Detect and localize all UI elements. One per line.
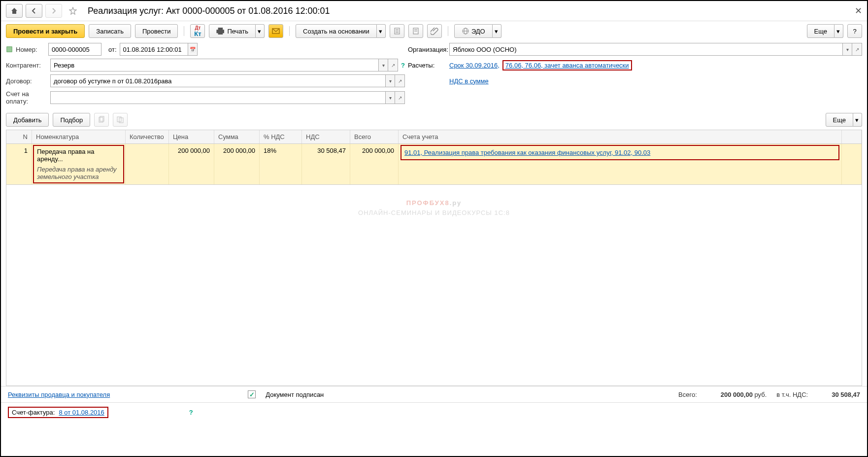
sf-link[interactable]: 8 от 01.08.2016 (59, 409, 104, 416)
print-button[interactable]: Печать (209, 24, 256, 38)
signed-checkbox[interactable]: ✓ (248, 390, 256, 398)
org-open[interactable]: ↗ (852, 43, 862, 56)
star-icon (69, 7, 77, 15)
ot-label: от: (108, 46, 117, 53)
arrow-left-icon (30, 7, 38, 15)
dog-input[interactable] (50, 74, 385, 87)
arrow-right-icon (50, 7, 58, 15)
list-icon (393, 27, 401, 35)
divider (184, 26, 184, 36)
cell-tail (842, 144, 862, 184)
contr-help[interactable]: ? (401, 62, 405, 69)
help-button[interactable]: ? (847, 24, 862, 38)
create-based-dropdown[interactable]: ▾ (377, 24, 386, 38)
date-input[interactable] (120, 43, 188, 56)
copy-icon (98, 116, 105, 124)
col-price: Цена (169, 130, 214, 143)
printer-icon (216, 28, 224, 35)
divider (448, 26, 448, 36)
org-label: Организация: (408, 46, 446, 53)
nom-text: Передача права на аренду... (37, 148, 120, 163)
org-input[interactable] (449, 43, 842, 56)
col-tail (842, 130, 862, 143)
table-row[interactable]: 1 Передача права на аренду... Передача п… (6, 144, 862, 184)
docs-icon (116, 116, 124, 124)
document-button-2[interactable] (408, 24, 423, 38)
email-button[interactable] (268, 24, 283, 38)
post-button[interactable]: Провести (135, 24, 178, 38)
status-icon (6, 45, 13, 53)
invoice-input[interactable] (50, 91, 385, 104)
post-and-close-button[interactable]: Провести и закрыть (6, 24, 85, 38)
table-more-dropdown[interactable]: ▾ (853, 113, 862, 127)
close-button[interactable]: ✕ (855, 5, 862, 16)
table-more-button[interactable]: Еще (826, 113, 853, 127)
contr-dropdown[interactable]: ▾ (378, 59, 388, 71)
vat-link[interactable]: НДС в сумме (449, 77, 489, 85)
print-dropdown[interactable]: ▾ (256, 24, 265, 38)
sf-help[interactable]: ? (189, 409, 193, 416)
document-button-1[interactable] (390, 24, 404, 38)
requisites-link[interactable]: Реквизиты продавца и покупателя (8, 391, 110, 398)
cell-vat: 18% (260, 144, 302, 184)
invoice-dropdown[interactable]: ▾ (385, 91, 395, 104)
cell-total: 200 000,00 (350, 144, 399, 184)
dt-kt-icon: ДтКт (194, 26, 201, 37)
calc-link-1[interactable]: Срок 30.09.2016, (449, 62, 500, 69)
cell-sum: 200 000,00 (214, 144, 260, 184)
number-input[interactable] (48, 43, 101, 56)
more-dropdown[interactable]: ▾ (835, 24, 843, 38)
cell-nom: Передача права на аренду... Передача пра… (32, 144, 126, 184)
calc-link-2[interactable]: 76.06, 76.06, зачет аванса автоматически (505, 62, 629, 69)
cell-acc: 91.01, Реализация права требования как о… (399, 144, 842, 184)
sf-label: Счет-фактура: (12, 409, 55, 416)
cell-qty (126, 144, 169, 184)
dog-label: Договор: (6, 77, 47, 85)
number-label: Номер: (16, 46, 45, 53)
paste-button[interactable] (113, 113, 128, 127)
total-label: Всего:200 000,00 руб. (678, 391, 767, 398)
add-button[interactable]: Добавить (6, 113, 49, 127)
create-based-button[interactable]: Создать на основании (296, 24, 377, 38)
org-dropdown[interactable]: ▾ (842, 43, 852, 56)
home-icon (10, 7, 18, 15)
watermark: ПРОФБУХ8.ру ОНЛАЙН-СЕМИНАРЫ И ВИДЕОКУРСЫ… (358, 190, 510, 216)
col-nom: Номенклатура (32, 130, 126, 143)
cell-n: 1 (6, 144, 32, 184)
signed-label: Документ подписан (266, 391, 324, 398)
col-vat: % НДС (260, 130, 302, 143)
favorite-button[interactable] (65, 4, 81, 18)
edo-dropdown[interactable]: ▾ (493, 24, 501, 38)
svg-rect-11 (7, 47, 12, 52)
divider (289, 26, 290, 36)
dt-kt-button[interactable]: ДтКт (190, 24, 205, 38)
col-qty: Количество (126, 130, 169, 143)
more-button[interactable]: Еще (807, 24, 835, 38)
forward-button[interactable] (45, 4, 62, 18)
copy-button[interactable] (94, 113, 109, 127)
globe-icon (462, 27, 469, 35)
nds-label: в т.ч. НДС:30 508,47 (776, 391, 860, 398)
grid-empty-area: ПРОФБУХ8.ру ОНЛАЙН-СЕМИНАРЫ И ВИДЕОКУРСЫ… (6, 185, 862, 386)
back-button[interactable] (26, 4, 42, 18)
envelope-icon (272, 27, 280, 35)
col-sum: Сумма (214, 130, 260, 143)
home-button[interactable] (6, 4, 23, 18)
edo-button[interactable]: ЭДО (454, 24, 493, 38)
invoice-open[interactable]: ↗ (395, 91, 405, 104)
col-total: Всего (350, 130, 399, 143)
attach-button[interactable] (427, 24, 442, 38)
doc-icon (412, 27, 420, 35)
cell-nds: 30 508,47 (302, 144, 350, 184)
contr-input[interactable] (50, 59, 378, 71)
dog-dropdown[interactable]: ▾ (385, 74, 395, 87)
acc-link[interactable]: 91.01, Реализация права требования как о… (404, 149, 650, 156)
date-picker-button[interactable]: 📅 (188, 43, 198, 56)
contr-open[interactable]: ↗ (388, 59, 398, 71)
pick-button[interactable]: Подбор (53, 113, 90, 127)
save-button[interactable]: Записать (89, 24, 131, 38)
nom-subtext: Передача права на аренду земельного учас… (37, 166, 120, 180)
invoice-label: Счет на оплату: (6, 90, 47, 105)
dog-open[interactable]: ↗ (395, 74, 405, 87)
grid-header: N Номенклатура Количество Цена Сумма % Н… (6, 130, 862, 144)
